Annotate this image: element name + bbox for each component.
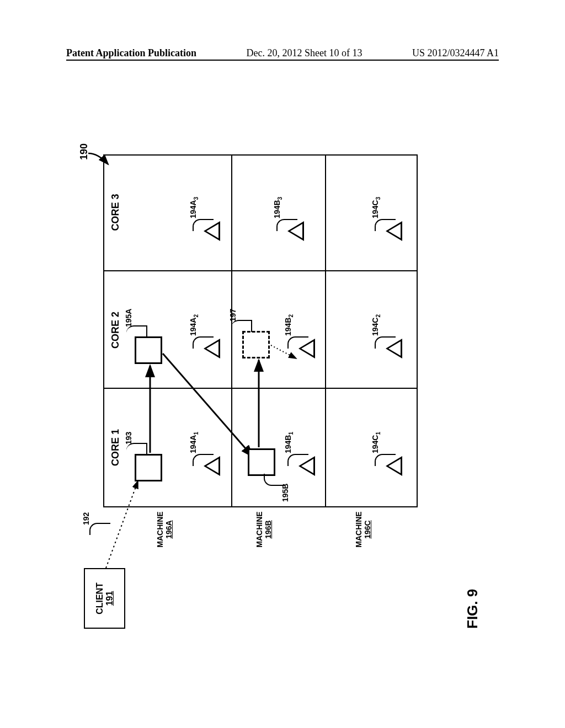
box-193 — [135, 454, 162, 481]
ref-195b: 195B — [281, 484, 290, 502]
box-195b — [248, 448, 275, 476]
grid-hline-2 — [325, 156, 326, 506]
machine-a-label: MACHINE 196A — [156, 507, 173, 552]
pub-date: Dec. 20, 2012 Sheet 10 of 13 — [247, 47, 363, 59]
leader-a3 — [193, 219, 214, 231]
machine-c-label: MACHINE 196C — [354, 507, 372, 552]
client-num: 191 — [105, 569, 115, 628]
figure-rotated: FIG. 9 190 CLIENT 191 — [84, 143, 481, 629]
client-box: CLIENT 191 — [84, 568, 125, 629]
grid-vline-2 — [104, 270, 417, 271]
machine-c-num: 196C — [363, 520, 372, 538]
lbl-a3: 194A3 — [189, 197, 199, 218]
leader-c3 — [375, 219, 396, 231]
lbl-b2: 194B2 — [284, 314, 294, 336]
ref-192: 192 — [82, 512, 90, 525]
machine-a-name: MACHINE — [156, 511, 164, 547]
figure-label: FIG. 9 — [464, 589, 481, 629]
cores-grid: CORE 1 CORE 2 CORE 3 193 195A — [103, 154, 418, 507]
ref-197: 197 — [228, 309, 237, 322]
lbl-c3: 194C3 — [371, 197, 381, 218]
pub-type: Patent Application Publication — [66, 47, 196, 59]
core-2-header: CORE 2 — [110, 271, 121, 389]
machine-b-label: MACHINE 196B — [255, 507, 273, 552]
leader-b3 — [276, 219, 297, 231]
core-3-header: CORE 3 — [110, 153, 121, 271]
lbl-c2: 194C2 — [371, 314, 381, 336]
leader-c2 — [375, 336, 396, 349]
lbl-b3: 194B3 — [273, 197, 283, 218]
machine-b-num: 196B — [264, 520, 273, 538]
figure-canvas: FIG. 9 190 CLIENT 191 — [84, 143, 481, 629]
box-197 — [242, 331, 270, 358]
leader-b2 — [287, 336, 308, 349]
leader-b1 — [287, 454, 308, 466]
ref-195a: 195A — [124, 309, 133, 327]
svg-line-2 — [163, 354, 253, 457]
lbl-c1: 194C1 — [371, 432, 381, 453]
leader-197 — [231, 320, 252, 332]
box-195a — [135, 336, 162, 364]
arrow-193-195a — [145, 361, 156, 454]
page-header: Patent Application Publication Dec. 20, … — [0, 47, 565, 59]
leader-195a — [126, 325, 147, 338]
machine-a-num: 196A — [164, 520, 173, 538]
header-rule — [66, 60, 499, 61]
ref-193: 193 — [124, 432, 133, 445]
core-1-header: CORE 1 — [110, 389, 121, 506]
arrow-195b-197 — [253, 356, 264, 448]
leader-192 — [89, 523, 110, 535]
pub-id: US 2012/0324447 A1 — [412, 47, 499, 59]
leader-c1 — [375, 454, 396, 466]
client-label: CLIENT — [95, 569, 105, 628]
machine-b-name: MACHINE — [255, 511, 264, 547]
machine-c-name: MACHINE — [354, 511, 363, 547]
lbl-b1: 194B1 — [284, 432, 294, 453]
lbl-a2: 194A2 — [189, 314, 199, 336]
